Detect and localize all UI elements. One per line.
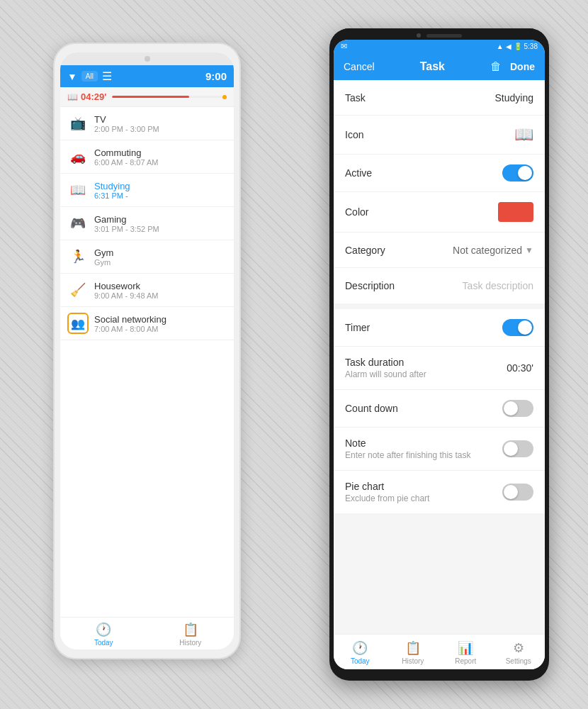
book-icon: 📖 — [67, 179, 89, 201]
history-label-white: History — [179, 639, 201, 647]
task-time-studying: 6:31 PM - — [94, 191, 227, 200]
nav-history-white[interactable]: 📋 History — [147, 618, 234, 649]
nav-today-black[interactable]: 🕐 Today — [334, 637, 387, 668]
all-tasks-button[interactable]: All — [81, 71, 98, 82]
delete-icon[interactable]: 🗑 — [490, 60, 502, 73]
task-info-gym: Gym Gym — [94, 247, 227, 267]
gym-icon: 🏃 — [67, 246, 89, 267]
task-list-white: 📺 TV 2:00 PM - 3:00 PM 🚗 Commuting 6:00 … — [60, 107, 234, 617]
task-name-gaming: Gaming — [94, 214, 227, 225]
settings-label-black: Settings — [506, 657, 531, 665]
task-time-housework: 9:00 AM - 9:48 AM — [94, 291, 227, 300]
housework-icon: 🧹 — [67, 279, 89, 301]
list-item[interactable]: 👥 Social networking 7:00 AM - 8:00 AM — [60, 307, 234, 340]
list-item[interactable]: 🏃 Gym Gym — [60, 240, 234, 274]
row-active: Active — [334, 155, 545, 192]
task-name-housework: Housework — [94, 281, 227, 291]
report-icon-black: 📊 — [458, 640, 473, 656]
color-field-label: Color — [345, 206, 368, 218]
description-placeholder: Task description — [463, 280, 533, 291]
wifi-icon: ◀ — [506, 43, 511, 50]
toggle-thumb-pie — [504, 485, 518, 499]
section-timer: Timer Task duration Alarm will sound aft… — [334, 309, 545, 513]
header-left: ▼ All ☰ — [67, 69, 112, 83]
front-camera-black — [417, 33, 421, 38]
clock-time-white: 9:00 — [205, 70, 227, 82]
header-right-actions: 🗑 Done — [490, 60, 535, 73]
white-phone-screen: ▼ All ☰ 9:00 📖 04:29' 📺 TV 2:0 — [60, 52, 234, 649]
note-field-sub: Enter note after finishing this task — [345, 450, 470, 460]
timer-dot — [222, 95, 227, 99]
list-item[interactable]: 📺 TV 2:00 PM - 3:00 PM — [60, 107, 234, 140]
color-swatch[interactable] — [498, 202, 533, 222]
bottom-nav-white: 🕐 Today 📋 History — [60, 617, 234, 649]
task-detail-header: Cancel Task 🗑 Done — [334, 53, 545, 80]
nav-today-white[interactable]: 🕐 Today — [60, 618, 147, 649]
white-phone: ▼ All ☰ 9:00 📖 04:29' 📺 TV 2:0 — [53, 43, 241, 659]
row-pie-chart: Pie chart Exclude from pie chart — [334, 471, 545, 513]
signal-icon: ▲ — [497, 43, 504, 50]
row-icon[interactable]: Icon 📖 — [334, 116, 545, 155]
note-label-block: Note Enter note after finishing this tas… — [345, 437, 470, 460]
done-button[interactable]: Done — [510, 61, 535, 72]
history-icon-white: 📋 — [183, 622, 198, 637]
duration-field-value: 00:30' — [507, 362, 533, 374]
nav-report-black[interactable]: 📊 Report — [439, 637, 492, 668]
timer-toggle[interactable] — [502, 319, 533, 336]
note-toggle[interactable] — [502, 440, 533, 457]
task-time-tv: 2:00 PM - 3:00 PM — [94, 125, 227, 133]
note-field-label: Note — [345, 437, 470, 449]
list-item[interactable]: 🎮 Gaming 3:01 PM - 3:52 PM — [60, 207, 234, 240]
list-item[interactable]: 📖 Studying 6:31 PM - — [60, 174, 234, 207]
row-note: Note Enter note after finishing this tas… — [334, 428, 545, 471]
row-task[interactable]: Task Studying — [334, 80, 545, 116]
category-value: Not categorized — [453, 245, 522, 256]
row-category[interactable]: Category Not categorized ▼ — [334, 233, 545, 268]
white-phone-top — [60, 52, 234, 65]
book-icon-timer: 📖 — [67, 92, 78, 102]
task-info-social: Social networking 7:00 AM - 8:00 AM — [94, 314, 227, 333]
car-icon: 🚗 — [67, 146, 89, 167]
task-info-housework: Housework 9:00 AM - 9:48 AM — [94, 281, 227, 300]
history-label-black: History — [402, 657, 424, 665]
row-color[interactable]: Color — [334, 192, 545, 233]
active-toggle[interactable] — [502, 164, 533, 182]
task-name-social: Social networking — [94, 314, 227, 325]
countdown-field-label: Count down — [345, 403, 398, 414]
row-task-duration[interactable]: Task duration Alarm will sound after 00:… — [334, 347, 545, 390]
dropdown-arrow-icon: ▼ — [525, 245, 533, 255]
list-item[interactable]: 🧹 Housework 9:00 AM - 9:48 AM — [60, 274, 234, 307]
filter-icon[interactable]: ▼ — [67, 71, 77, 82]
nav-history-black[interactable]: 📋 History — [387, 637, 440, 668]
duration-field-sub: Alarm will sound after — [345, 369, 426, 379]
today-icon-white: 🕐 — [96, 622, 111, 637]
duration-label-block: Task duration Alarm will sound after — [345, 357, 426, 379]
task-info-gaming: Gaming 3:01 PM - 3:52 PM — [94, 214, 227, 233]
pie-field-label: Pie chart — [345, 481, 429, 492]
mail-icon-status: ✉ — [341, 42, 347, 51]
front-camera-white — [145, 56, 150, 62]
task-time-commuting: 6:00 AM - 8:07 AM — [94, 158, 227, 167]
row-description[interactable]: Description Task description — [334, 268, 545, 303]
cancel-button[interactable]: Cancel — [344, 61, 375, 72]
nav-settings-black[interactable]: ⚙ Settings — [492, 637, 545, 668]
timer-progress-fill — [112, 96, 189, 98]
settings-icon-black: ⚙ — [513, 640, 524, 656]
task-detail-content: Task Studying Icon 📖 Active Color — [334, 80, 545, 634]
countdown-toggle[interactable] — [502, 400, 533, 417]
speaker-black — [426, 34, 462, 38]
task-info-commuting: Commuting 6:00 AM - 8:07 AM — [94, 147, 227, 167]
timer-bar: 📖 04:29' — [60, 87, 234, 107]
inbox-icon[interactable]: ☰ — [102, 69, 112, 83]
category-dropdown[interactable]: Not categorized ▼ — [453, 245, 533, 256]
task-name-studying: Studying — [94, 181, 227, 191]
social-icon: 👥 — [67, 313, 89, 334]
task-field-value: Studying — [495, 92, 533, 104]
list-item[interactable]: 🚗 Commuting 6:00 AM - 8:07 AM — [60, 140, 234, 174]
icon-field-label: Icon — [345, 129, 363, 140]
timer-field-label: Timer — [345, 322, 370, 333]
pie-toggle[interactable] — [502, 484, 533, 501]
status-time: 5:38 — [524, 43, 538, 50]
gaming-icon: 🎮 — [67, 213, 89, 234]
task-detail-title: Task — [420, 60, 445, 73]
